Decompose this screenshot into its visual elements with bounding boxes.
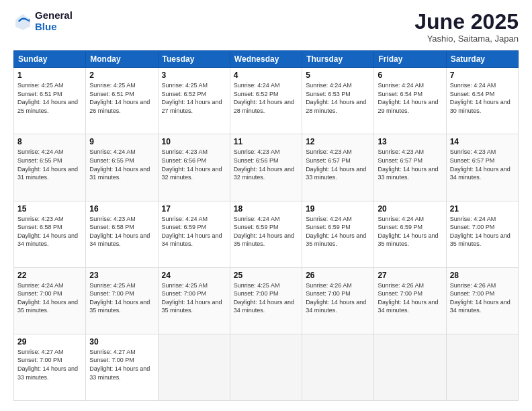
col-tuesday: Tuesday xyxy=(158,51,230,68)
day-number: 2 xyxy=(89,71,154,80)
cell-info: Sunrise: 4:27 AMSunset: 7:00 PMDaylight:… xyxy=(17,349,78,381)
calendar-table: Sunday Monday Tuesday Wednesday Thursday… xyxy=(13,50,519,401)
calendar-week-2: 8Sunrise: 4:24 AMSunset: 6:55 PMDaylight… xyxy=(14,134,519,201)
cell-info: Sunrise: 4:24 AMSunset: 6:54 PMDaylight:… xyxy=(378,82,438,114)
logo: General Blue xyxy=(13,10,73,32)
page: General Blue June 2025 Yashio, Saitama, … xyxy=(0,0,532,411)
calendar-cell: 26Sunrise: 4:26 AMSunset: 7:00 PMDayligh… xyxy=(302,267,374,334)
cell-info: Sunrise: 4:23 AMSunset: 6:58 PMDaylight:… xyxy=(17,216,78,248)
cell-info: Sunrise: 4:26 AMSunset: 7:00 PMDaylight:… xyxy=(378,282,438,314)
day-number: 9 xyxy=(89,137,154,146)
cell-info: Sunrise: 4:26 AMSunset: 7:00 PMDaylight:… xyxy=(450,282,511,314)
calendar-cell: 29Sunrise: 4:27 AMSunset: 7:00 PMDayligh… xyxy=(14,334,86,400)
calendar-cell: 12Sunrise: 4:23 AMSunset: 6:57 PMDayligh… xyxy=(302,134,374,201)
calendar-week-3: 15Sunrise: 4:23 AMSunset: 6:58 PMDayligh… xyxy=(14,201,519,267)
calendar-cell: 10Sunrise: 4:23 AMSunset: 6:56 PMDayligh… xyxy=(158,134,230,201)
day-number: 27 xyxy=(378,271,442,280)
cell-info: Sunrise: 4:25 AMSunset: 7:00 PMDaylight:… xyxy=(162,282,222,314)
calendar-cell: 30Sunrise: 4:27 AMSunset: 7:00 PMDayligh… xyxy=(86,334,158,400)
calendar-cell: 27Sunrise: 4:26 AMSunset: 7:00 PMDayligh… xyxy=(374,267,446,334)
cell-info: Sunrise: 4:24 AMSunset: 6:55 PMDaylight:… xyxy=(89,148,150,181)
day-number: 18 xyxy=(234,204,298,214)
cell-info: Sunrise: 4:24 AMSunset: 6:59 PMDaylight:… xyxy=(306,216,366,248)
logo-blue-text: Blue xyxy=(35,21,73,33)
day-number: 23 xyxy=(89,271,154,280)
calendar-cell: 3Sunrise: 4:25 AMSunset: 6:52 PMDaylight… xyxy=(158,68,230,134)
day-number: 12 xyxy=(306,137,370,146)
calendar-week-4: 22Sunrise: 4:24 AMSunset: 7:00 PMDayligh… xyxy=(14,267,519,334)
calendar-cell: 22Sunrise: 4:24 AMSunset: 7:00 PMDayligh… xyxy=(14,267,86,334)
cell-info: Sunrise: 4:24 AMSunset: 6:54 PMDaylight:… xyxy=(450,82,511,114)
col-monday: Monday xyxy=(86,51,158,68)
day-number: 6 xyxy=(378,71,442,80)
calendar-cell: 18Sunrise: 4:24 AMSunset: 6:59 PMDayligh… xyxy=(230,201,302,267)
calendar-cell: 1Sunrise: 4:25 AMSunset: 6:51 PMDaylight… xyxy=(14,68,86,134)
cell-info: Sunrise: 4:24 AMSunset: 7:00 PMDaylight:… xyxy=(17,282,78,314)
day-number: 16 xyxy=(89,204,154,214)
day-number: 5 xyxy=(306,71,370,80)
cell-info: Sunrise: 4:24 AMSunset: 7:00 PMDaylight:… xyxy=(450,216,511,248)
day-number: 11 xyxy=(234,137,298,146)
calendar-cell xyxy=(302,334,374,400)
calendar-week-5: 29Sunrise: 4:27 AMSunset: 7:00 PMDayligh… xyxy=(14,334,519,400)
calendar-cell: 20Sunrise: 4:24 AMSunset: 6:59 PMDayligh… xyxy=(374,201,446,267)
day-number: 29 xyxy=(17,337,82,347)
calendar-cell: 11Sunrise: 4:23 AMSunset: 6:56 PMDayligh… xyxy=(230,134,302,201)
day-number: 1 xyxy=(17,71,82,80)
logo-icon xyxy=(13,12,32,31)
day-number: 10 xyxy=(162,137,226,146)
calendar-cell xyxy=(158,334,230,400)
day-number: 28 xyxy=(450,271,515,280)
calendar-cell: 4Sunrise: 4:24 AMSunset: 6:52 PMDaylight… xyxy=(230,68,302,134)
day-number: 24 xyxy=(162,271,226,280)
calendar-cell: 21Sunrise: 4:24 AMSunset: 7:00 PMDayligh… xyxy=(446,201,518,267)
day-number: 4 xyxy=(234,71,298,80)
calendar-cell xyxy=(230,334,302,400)
calendar-cell: 28Sunrise: 4:26 AMSunset: 7:00 PMDayligh… xyxy=(446,267,518,334)
cell-info: Sunrise: 4:26 AMSunset: 7:00 PMDaylight:… xyxy=(306,282,366,314)
day-number: 13 xyxy=(378,137,442,146)
calendar-cell: 8Sunrise: 4:24 AMSunset: 6:55 PMDaylight… xyxy=(14,134,86,201)
title-block: June 2025 Yashio, Saitama, Japan xyxy=(414,10,519,44)
calendar-cell: 17Sunrise: 4:24 AMSunset: 6:59 PMDayligh… xyxy=(158,201,230,267)
day-number: 22 xyxy=(17,271,82,280)
calendar-cell: 7Sunrise: 4:24 AMSunset: 6:54 PMDaylight… xyxy=(446,68,518,134)
col-saturday: Saturday xyxy=(446,51,518,68)
calendar-cell xyxy=(374,334,446,400)
day-number: 15 xyxy=(17,204,82,214)
cell-info: Sunrise: 4:25 AMSunset: 7:00 PMDaylight:… xyxy=(234,282,294,314)
cell-info: Sunrise: 4:23 AMSunset: 6:57 PMDaylight:… xyxy=(378,148,438,181)
col-thursday: Thursday xyxy=(302,51,374,68)
cell-info: Sunrise: 4:23 AMSunset: 6:57 PMDaylight:… xyxy=(450,148,511,181)
day-number: 30 xyxy=(89,337,154,347)
logo-text: General Blue xyxy=(35,10,73,32)
cell-info: Sunrise: 4:23 AMSunset: 6:56 PMDaylight:… xyxy=(162,148,222,181)
calendar-cell: 5Sunrise: 4:24 AMSunset: 6:53 PMDaylight… xyxy=(302,68,374,134)
col-sunday: Sunday xyxy=(14,51,86,68)
cell-info: Sunrise: 4:24 AMSunset: 6:59 PMDaylight:… xyxy=(234,216,294,248)
calendar-cell: 24Sunrise: 4:25 AMSunset: 7:00 PMDayligh… xyxy=(158,267,230,334)
day-number: 21 xyxy=(450,204,515,214)
calendar-cell: 2Sunrise: 4:25 AMSunset: 6:51 PMDaylight… xyxy=(86,68,158,134)
calendar-cell: 25Sunrise: 4:25 AMSunset: 7:00 PMDayligh… xyxy=(230,267,302,334)
calendar-cell xyxy=(446,334,518,400)
cell-info: Sunrise: 4:25 AMSunset: 6:52 PMDaylight:… xyxy=(162,82,222,114)
day-number: 14 xyxy=(450,137,515,146)
calendar-cell: 13Sunrise: 4:23 AMSunset: 6:57 PMDayligh… xyxy=(374,134,446,201)
calendar-cell: 6Sunrise: 4:24 AMSunset: 6:54 PMDaylight… xyxy=(374,68,446,134)
cell-info: Sunrise: 4:23 AMSunset: 6:56 PMDaylight:… xyxy=(234,148,294,181)
cell-info: Sunrise: 4:24 AMSunset: 6:55 PMDaylight:… xyxy=(17,148,78,181)
header-row: Sunday Monday Tuesday Wednesday Thursday… xyxy=(14,51,519,68)
cell-info: Sunrise: 4:24 AMSunset: 6:59 PMDaylight:… xyxy=(378,216,438,248)
cell-info: Sunrise: 4:23 AMSunset: 6:58 PMDaylight:… xyxy=(89,216,150,248)
cell-info: Sunrise: 4:25 AMSunset: 6:51 PMDaylight:… xyxy=(17,82,78,114)
calendar-cell: 16Sunrise: 4:23 AMSunset: 6:58 PMDayligh… xyxy=(86,201,158,267)
col-wednesday: Wednesday xyxy=(230,51,302,68)
cell-info: Sunrise: 4:25 AMSunset: 7:00 PMDaylight:… xyxy=(89,282,150,314)
calendar-cell: 15Sunrise: 4:23 AMSunset: 6:58 PMDayligh… xyxy=(14,201,86,267)
day-number: 17 xyxy=(162,204,226,214)
day-number: 25 xyxy=(234,271,298,280)
cell-info: Sunrise: 4:25 AMSunset: 6:51 PMDaylight:… xyxy=(89,82,150,114)
header: General Blue June 2025 Yashio, Saitama, … xyxy=(13,10,519,44)
cell-info: Sunrise: 4:27 AMSunset: 7:00 PMDaylight:… xyxy=(89,349,150,381)
